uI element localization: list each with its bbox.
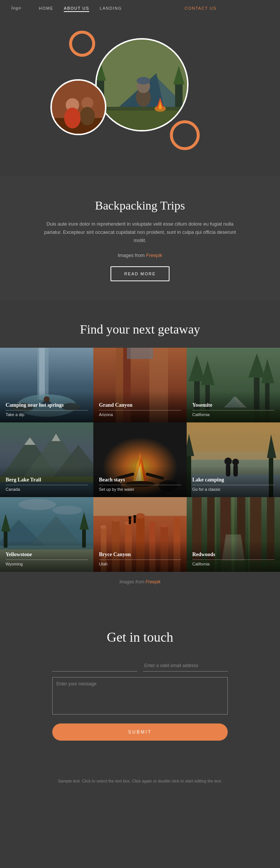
backpacking-section: Backpacking Trips Duis aute irure dolor … (0, 176, 280, 300)
grand-canyon-sub: Arizona (99, 410, 181, 417)
hero-svg-main (97, 40, 189, 131)
logo: logo (11, 5, 21, 11)
yellowstone-name: Yellowstone (6, 552, 88, 558)
redwoods-sub: California (192, 559, 274, 566)
hero-section (0, 16, 280, 176)
svg-point-21 (64, 108, 81, 128)
grand-canyon-overlay: Grand Canyon Arizona (93, 391, 187, 422)
svg-rect-13 (175, 81, 183, 107)
bryce-canyon-sub: Utah (99, 559, 181, 566)
deco-ring-topleft (69, 31, 95, 57)
lake-camping-overlay: Lake camping Go for a classic (187, 466, 280, 497)
hero-photo-main (95, 38, 189, 131)
footer: Sample text. Click to select the text bo… (0, 771, 280, 796)
message-field-container (52, 677, 228, 716)
backpacking-credits: Images from Freepik (37, 251, 243, 260)
beach-name: Beach stays (99, 477, 181, 483)
backpacking-description: Duis aute irure dolor in reprehenderit i… (37, 220, 243, 245)
freepik-link[interactable]: Freepik (146, 252, 162, 258)
hero-svg-small (52, 81, 106, 135)
grand-canyon-name: Grand Canyon (99, 402, 181, 408)
hero-photo-small (50, 79, 106, 135)
message-textarea[interactable] (52, 677, 228, 714)
nav-landing[interactable]: LANDING (100, 6, 122, 10)
grid-item-hot-springs[interactable]: Camping near hot springs Take a dip (0, 348, 93, 422)
hot-springs-name: Camping near hot springs (6, 402, 88, 408)
name-field-container (52, 660, 137, 672)
getaway-credits: Images from Freepik (0, 572, 280, 599)
read-more-button[interactable]: READ MORE (111, 266, 170, 281)
submit-button[interactable]: SUBMIT (52, 723, 228, 741)
getaway-section: Find your next getaway (0, 300, 280, 607)
bryce-canyon-name: Bryce Canyon (99, 552, 181, 558)
lake-camping-sub: Go for a classic (192, 485, 274, 492)
email-field-container (143, 660, 228, 672)
grid-item-grand-canyon[interactable]: Grand Canyon Arizona (93, 348, 187, 422)
yosemite-name: Yosemite (192, 402, 274, 408)
hot-springs-sub: Take a dip (6, 410, 88, 417)
yellowstone-overlay: Yellowstone Wyoming (0, 540, 93, 572)
grid-item-bryce-canyon[interactable]: Bryce Canyon Utah (93, 497, 187, 572)
beach-sub: Set up by the water (99, 485, 181, 492)
lake-camping-name: Lake camping (192, 477, 274, 483)
backpacking-title: Backpacking Trips (37, 199, 243, 213)
hero-circles (47, 27, 233, 161)
contact-title: Get in touch (52, 629, 228, 645)
nav-links: HOME ABOUT US LANDING CONTACT US (39, 4, 269, 11)
grid-item-yellowstone[interactable]: Yellowstone Wyoming (0, 497, 93, 572)
getaway-freepik-link[interactable]: Freepik (146, 579, 161, 585)
redwoods-overlay: Redwoods California (187, 540, 280, 572)
name-input[interactable] (52, 660, 137, 672)
grid-item-beach[interactable]: Beach stays Set up by the water (93, 422, 187, 497)
nav-home[interactable]: HOME (39, 6, 53, 10)
getaway-grid: Camping near hot springs Take a dip (0, 348, 280, 572)
navigation: logo HOME ABOUT US LANDING CONTACT US (0, 0, 280, 16)
contact-section: Get in touch SUBMIT (0, 607, 280, 771)
grid-item-redwoods[interactable]: Redwoods California (187, 497, 280, 572)
svg-point-20 (80, 107, 95, 125)
yosemite-overlay: Yosemite California (187, 391, 280, 422)
footer-text: Sample text. Click to select the text bo… (37, 778, 243, 785)
hot-springs-overlay: Camping near hot springs Take a dip (0, 391, 93, 422)
contact-form-row1 (52, 660, 228, 672)
nav-about[interactable]: ABOUT US (64, 6, 89, 12)
berg-lake-sub: Canada (6, 485, 88, 492)
grid-item-yosemite[interactable]: Yosemite California (187, 348, 280, 422)
yosemite-sub: California (192, 410, 274, 417)
getaway-title: Find your next getaway (0, 322, 280, 337)
redwoods-name: Redwoods (192, 552, 274, 558)
bryce-canyon-overlay: Bryce Canyon Utah (93, 540, 187, 572)
deco-ring-bottomright (170, 120, 200, 150)
svg-point-7 (137, 77, 150, 84)
beach-overlay: Beach stays Set up by the water (93, 466, 187, 497)
yellowstone-sub: Wyoming (6, 559, 88, 566)
email-input[interactable] (143, 660, 228, 672)
berg-lake-name: Berg Lake Trail (6, 477, 88, 483)
grid-item-lake-camping[interactable]: Lake camping Go for a classic (187, 422, 280, 497)
grid-item-berg-lake[interactable]: Berg Lake Trail Canada (0, 422, 93, 497)
berg-lake-overlay: Berg Lake Trail Canada (0, 466, 93, 497)
